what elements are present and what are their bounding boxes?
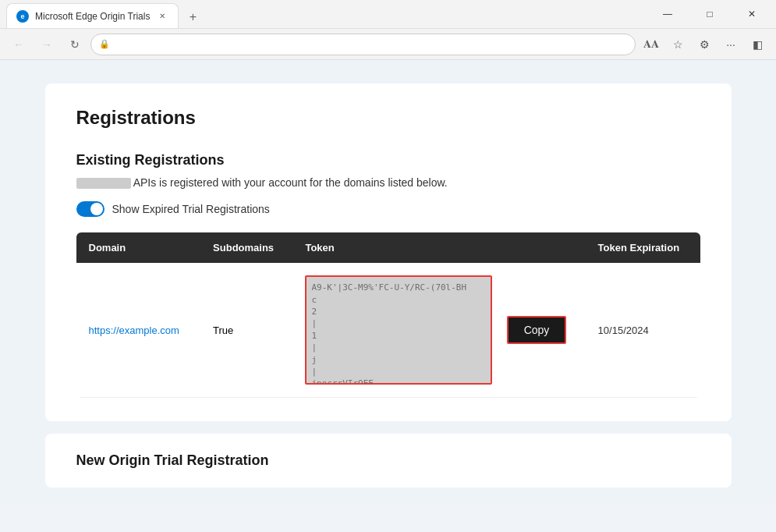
title-bar: e Microsoft Edge Origin Trials ✕ + — □ ✕ — [0, 0, 776, 28]
window-controls: — □ ✕ — [650, 0, 770, 28]
favorites-button[interactable]: ☆ — [665, 32, 690, 57]
token-text-area: A9-K'|3C-M9%'FC-U-Y/RC-(70l-BHc2|1|j|jpo… — [305, 275, 492, 385]
domain-header: Domain — [76, 232, 201, 263]
show-expired-toggle[interactable] — [76, 201, 105, 217]
toolbar-actions: 𝐀𝐀 ☆ ⚙ ··· ◧ — [639, 32, 770, 57]
browser-toolbar: ← → ↻ 🔒 𝐀𝐀 ☆ ⚙ ··· ◧ — [0, 28, 776, 59]
copy-button[interactable]: Copy — [507, 316, 567, 344]
table-body: https://example.com True A9-K'|3C-M9%'FC… — [76, 263, 700, 398]
back-button[interactable]: ← — [6, 32, 31, 57]
browser-tab[interactable]: e Microsoft Edge Origin Trials ✕ — [6, 3, 179, 28]
apis-redacted-text — [76, 178, 131, 189]
tab-bar: e Microsoft Edge Origin Trials ✕ + — [6, 0, 650, 28]
existing-section-title: Existing Registrations — [76, 152, 700, 168]
browser-chrome: e Microsoft Edge Origin Trials ✕ + — □ ✕… — [0, 0, 776, 60]
apis-description-text: APIs is registered with your account for… — [133, 176, 448, 189]
domain-cell: https://example.com — [76, 263, 201, 398]
close-button[interactable]: ✕ — [734, 0, 770, 28]
address-bar[interactable]: 🔒 — [90, 34, 636, 55]
table-row: https://example.com True A9-K'|3C-M9%'FC… — [76, 263, 700, 398]
edge-icon: e — [16, 10, 29, 23]
copy-cell: Copy — [494, 263, 586, 398]
toggle-row: Show Expired Trial Registrations — [76, 201, 700, 217]
read-aloud-button[interactable]: 𝐀𝐀 — [639, 32, 664, 57]
new-tab-button[interactable]: + — [182, 6, 204, 28]
table-header-row: Domain Subdomains Token Token Expiration — [76, 232, 700, 263]
copy-header — [494, 232, 586, 263]
toggle-label: Show Expired Trial Registrations — [112, 203, 270, 215]
main-panel: Registrations Existing Registrations API… — [45, 83, 732, 421]
apis-description: APIs is registered with your account for… — [76, 176, 700, 189]
page-content: Registrations Existing Registrations API… — [0, 60, 776, 505]
page-title: Registrations — [76, 107, 700, 129]
new-registration-title: New Origin Trial Registration — [76, 452, 700, 469]
subdomains-header: Subdomains — [200, 232, 292, 263]
tab-title: Microsoft Edge Origin Trials — [35, 11, 150, 22]
refresh-button[interactable]: ↻ — [62, 32, 87, 57]
token-header: Token — [292, 232, 494, 263]
more-menu-button[interactable]: ··· — [718, 32, 743, 57]
tab-close-btn[interactable]: ✕ — [156, 10, 168, 23]
expiration-cell: 10/15/2024 — [586, 263, 700, 398]
edge-sidebar-button[interactable]: ◧ — [745, 32, 770, 57]
registrations-table: Domain Subdomains Token Token Expiration… — [76, 232, 700, 398]
token-text: A9-K'|3C-M9%'FC-U-Y/RC-(70l-BHc2|1|j|jpo… — [311, 282, 486, 385]
table-header: Domain Subdomains Token Token Expiration — [76, 232, 700, 263]
new-registration-section: New Origin Trial Registration — [45, 434, 732, 488]
lock-icon: 🔒 — [99, 39, 110, 49]
expiration-date: 10/15/2024 — [598, 325, 649, 336]
subdomains-value: True — [213, 325, 233, 336]
forward-button[interactable]: → — [34, 32, 59, 57]
expiration-header: Token Expiration — [586, 232, 700, 263]
subdomains-cell: True — [200, 263, 292, 398]
minimize-button[interactable]: — — [650, 0, 686, 28]
token-cell: A9-K'|3C-M9%'FC-U-Y/RC-(70l-BHc2|1|j|jpo… — [292, 263, 494, 398]
maximize-button[interactable]: □ — [692, 0, 728, 28]
extensions-button[interactable]: ⚙ — [692, 32, 717, 57]
domain-link[interactable]: https://example.com — [89, 325, 179, 336]
